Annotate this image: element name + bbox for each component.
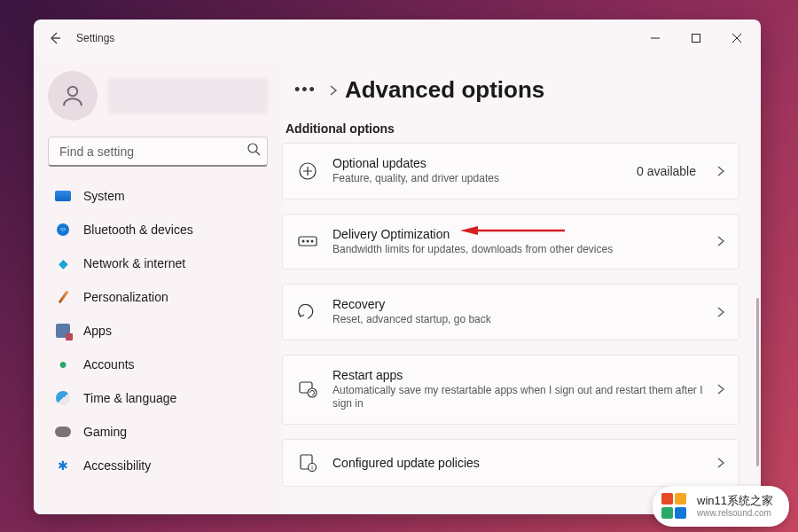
close-icon — [732, 34, 741, 43]
card-optional-updates[interactable]: Optional updates Feature, quality, and d… — [282, 143, 739, 200]
network-share-icon — [297, 231, 318, 252]
card-subtitle: Automatically save my restartable apps w… — [332, 384, 703, 411]
chevron-right-icon — [717, 166, 724, 176]
search-box — [48, 137, 268, 167]
card-recovery[interactable]: Recovery Reset, advanced startup, go bac… — [282, 284, 739, 340]
search-button[interactable] — [246, 142, 261, 160]
brush-icon — [55, 289, 71, 305]
section-label: Additional options — [282, 116, 739, 143]
recovery-icon — [297, 301, 318, 323]
card-subtitle: Feature, quality, and driver updates — [332, 172, 622, 186]
sidebar-item-label: Personalization — [83, 290, 168, 304]
sidebar-item-personalization[interactable]: Personalization — [44, 280, 271, 314]
chevron-right-icon — [717, 458, 724, 468]
close-button[interactable] — [716, 24, 757, 52]
sidebar-item-system[interactable]: System — [44, 179, 271, 213]
svg-point-12 — [307, 240, 309, 243]
watermark: win11系统之家 www.relsound.com — [653, 486, 789, 527]
body: System ⌔Bluetooth & devices ◆Network & i… — [34, 57, 761, 514]
window-controls — [635, 24, 757, 52]
card-title: Recovery — [332, 297, 703, 311]
chevron-right-icon — [329, 85, 338, 96]
card-badge: 0 available — [637, 164, 696, 178]
globe-icon — [55, 390, 71, 406]
accessibility-icon: ✱ — [55, 458, 71, 473]
search-input[interactable] — [48, 137, 268, 167]
minimize-button[interactable] — [635, 24, 676, 52]
card-title: Configured update policies — [332, 456, 703, 470]
sidebar-item-apps[interactable]: Apps — [44, 314, 271, 348]
svg-rect-1 — [692, 35, 700, 43]
sidebar-item-accessibility[interactable]: ✱Accessibility — [44, 449, 271, 482]
main-content: ••• Advanced options Additional options … — [282, 57, 761, 514]
svg-point-5 — [248, 144, 257, 153]
restart-apps-icon — [297, 379, 318, 400]
sidebar: System ⌔Bluetooth & devices ◆Network & i… — [34, 57, 282, 514]
chevron-right-icon — [717, 307, 724, 317]
user-info-redacted — [108, 78, 268, 113]
sidebar-item-accounts[interactable]: ●Accounts — [44, 348, 271, 381]
watermark-url: www.relsound.com — [697, 508, 773, 519]
card-subtitle: Reset, advanced startup, go back — [332, 313, 703, 327]
gamepad-icon — [55, 424, 71, 440]
breadcrumb-overflow[interactable]: ••• — [289, 77, 322, 103]
card-title: Restart apps — [332, 368, 703, 382]
svg-point-11 — [302, 240, 305, 243]
page-title: Advanced options — [345, 76, 544, 104]
chevron-right-icon — [717, 236, 724, 246]
back-button[interactable] — [37, 20, 73, 56]
sidebar-item-label: System — [83, 189, 125, 203]
sidebar-item-label: Apps — [83, 324, 112, 338]
svg-point-13 — [311, 240, 314, 243]
bluetooth-icon: ⌔ — [55, 222, 71, 238]
policy-icon: i — [297, 452, 318, 473]
sidebar-item-label: Bluetooth & devices — [83, 223, 193, 237]
sidebar-item-label: Accessibility — [83, 458, 151, 473]
window-title: Settings — [76, 32, 114, 44]
sidebar-item-label: Gaming — [83, 425, 127, 439]
user-row[interactable] — [44, 64, 271, 135]
svg-point-17 — [308, 388, 317, 397]
breadcrumb: ••• Advanced options — [282, 67, 739, 116]
minimize-icon — [651, 34, 660, 43]
back-arrow-icon — [48, 31, 62, 45]
card-delivery-optimization[interactable]: Delivery Optimization Bandwidth limits f… — [282, 214, 739, 270]
sidebar-item-label: Accounts — [83, 357, 135, 372]
sidebar-item-gaming[interactable]: Gaming — [44, 415, 271, 449]
settings-window: Settings System ⌔Bluetooth & d — [34, 20, 761, 514]
apps-icon — [55, 323, 71, 339]
sidebar-item-label: Time & language — [83, 391, 176, 405]
titlebar: Settings — [34, 20, 761, 57]
card-title: Optional updates — [332, 156, 622, 170]
sidebar-item-network[interactable]: ◆Network & internet — [44, 246, 271, 280]
plus-circle-icon — [297, 160, 318, 182]
card-title: Delivery Optimization — [332, 227, 703, 241]
svg-line-6 — [256, 152, 260, 155]
sidebar-item-bluetooth[interactable]: ⌔Bluetooth & devices — [44, 213, 271, 246]
user-icon — [59, 82, 86, 109]
svg-point-4 — [68, 87, 78, 97]
sidebar-item-time-language[interactable]: Time & language — [44, 381, 271, 415]
scrollbar[interactable] — [756, 298, 759, 466]
avatar — [48, 71, 98, 121]
search-icon — [246, 142, 261, 156]
system-icon — [55, 188, 71, 204]
sidebar-item-label: Network & internet — [83, 256, 185, 270]
card-configured-policies[interactable]: i Configured update policies — [282, 439, 739, 487]
watermark-title: win11系统之家 — [697, 495, 773, 508]
maximize-icon — [692, 34, 700, 43]
card-subtitle: Bandwidth limits for updates, downloads … — [332, 243, 703, 257]
nav: System ⌔Bluetooth & devices ◆Network & i… — [44, 179, 271, 514]
chevron-right-icon — [717, 384, 724, 395]
maximize-button[interactable] — [676, 24, 716, 52]
card-restart-apps[interactable]: Restart apps Automatically save my resta… — [282, 355, 739, 425]
accounts-icon: ● — [55, 356, 71, 372]
watermark-logo-icon — [661, 493, 688, 520]
wifi-icon: ◆ — [55, 255, 71, 271]
